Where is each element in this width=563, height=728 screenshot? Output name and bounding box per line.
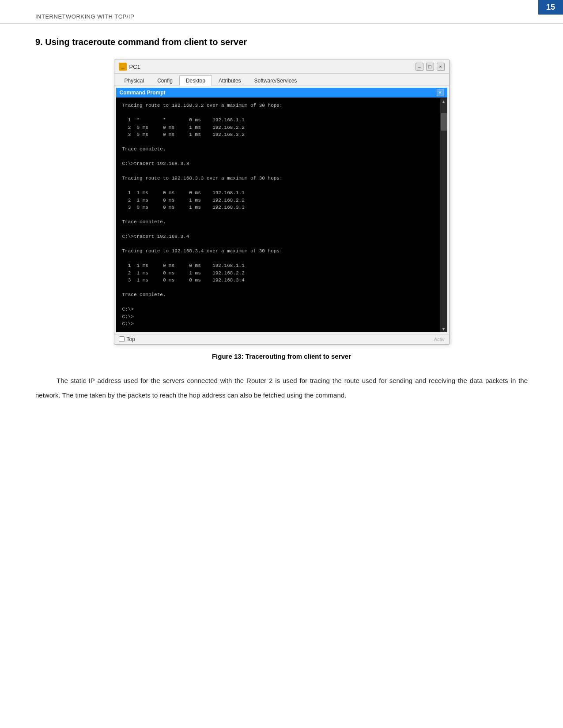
body-paragraph: The static IP address used for the serve…: [35, 373, 528, 402]
title-bar-left: PC1: [119, 63, 140, 71]
top-checkbox[interactable]: [119, 336, 125, 342]
svg-rect-2: [121, 69, 125, 69]
window-title: PC1: [129, 64, 140, 70]
cmd-title-text: Command Prompt: [120, 90, 166, 96]
page-header: INTERNETWORKING WITH TCP/IP: [0, 0, 563, 24]
pc-icon: [119, 63, 127, 71]
cmd-output: Tracing route to 192.168.3.2 over a maxi…: [122, 102, 441, 328]
scrollbar-thumb: [441, 113, 447, 131]
cmd-window: Command Prompt × Tracing route to 192.16…: [116, 88, 447, 332]
cmd-close-button[interactable]: ×: [437, 89, 444, 96]
cmd-wrapper: Command Prompt × Tracing route to 192.16…: [114, 86, 449, 334]
tab-config[interactable]: Config: [151, 75, 179, 86]
title-bar: PC1 – □ ×: [114, 60, 449, 74]
tab-attributes[interactable]: Attributes: [212, 75, 248, 86]
scrollbar[interactable]: ▲ ▼: [440, 98, 447, 332]
figure-caption: Figure 13: Tracerouting from client to s…: [35, 353, 528, 360]
main-content: 9. Using traceroute command from client …: [0, 37, 563, 402]
svg-rect-0: [120, 64, 125, 68]
tab-physical[interactable]: Physical: [118, 75, 151, 86]
maximize-button[interactable]: □: [426, 63, 434, 71]
tabs-bar: Physical Config Desktop Attributes Softw…: [114, 74, 449, 86]
cmd-titlebar: Command Prompt ×: [116, 88, 447, 98]
section-heading: 9. Using traceroute command from client …: [35, 37, 528, 47]
bottom-right-text: Activ: [434, 337, 445, 342]
tab-software-services[interactable]: Software/Services: [248, 75, 304, 86]
svg-rect-1: [121, 68, 124, 69]
header-text: INTERNETWORKING WITH TCP/IP: [35, 13, 528, 23]
minimize-button[interactable]: –: [416, 63, 423, 71]
cmd-body[interactable]: Tracing route to 192.168.3.2 over a maxi…: [116, 98, 447, 332]
window-bottom-bar: Top Activ: [114, 334, 449, 344]
close-button[interactable]: ×: [437, 63, 445, 71]
top-checkbox-area: Top: [119, 336, 135, 342]
top-label: Top: [127, 336, 135, 342]
window-controls: – □ ×: [416, 63, 445, 71]
tab-desktop[interactable]: Desktop: [179, 75, 212, 86]
pc1-window: PC1 – □ × Physical Config Desktop Attrib…: [114, 60, 450, 345]
page-number: 15: [538, 0, 563, 15]
